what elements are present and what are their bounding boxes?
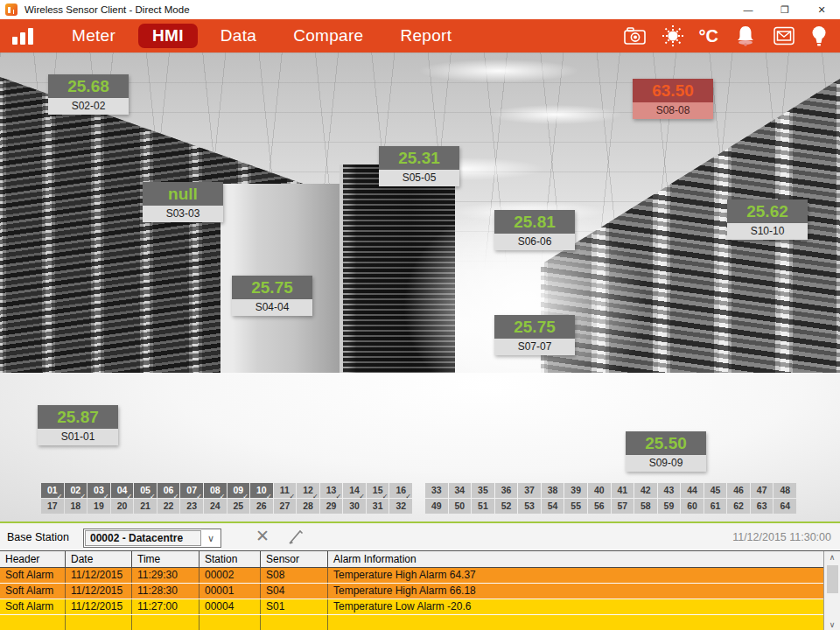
channel-cell-27[interactable]: 27: [274, 499, 297, 514]
channel-cell-61[interactable]: 61: [704, 499, 727, 514]
tab-compare[interactable]: Compare: [279, 24, 377, 48]
tab-data[interactable]: Data: [206, 24, 270, 48]
channel-cell-54[interactable]: 54: [542, 499, 564, 514]
channel-cell-05[interactable]: 05✓: [134, 483, 157, 498]
channel-cell-18[interactable]: 18: [65, 499, 88, 514]
channel-cell-53[interactable]: 53: [518, 499, 541, 514]
channel-cell-01[interactable]: 01✓: [41, 483, 64, 498]
channel-cell-62[interactable]: 62: [727, 499, 750, 514]
scroll-down-icon[interactable]: ∨: [830, 619, 836, 630]
channel-cell-47[interactable]: 47: [751, 483, 774, 498]
channel-cell-42[interactable]: 42: [634, 483, 657, 498]
channel-cell-58[interactable]: 58: [634, 499, 657, 514]
column-header-sensor[interactable]: Sensor: [261, 551, 328, 567]
channel-cell-57[interactable]: 57: [612, 499, 634, 514]
restore-button[interactable]: ❐: [766, 0, 803, 19]
channel-cell-03[interactable]: 03✓: [88, 483, 110, 498]
bulb-icon[interactable]: [810, 24, 828, 48]
camera-icon[interactable]: [623, 25, 647, 46]
channel-cell-07[interactable]: 07✓: [180, 483, 203, 498]
channel-cell-33[interactable]: 33: [425, 483, 448, 498]
column-header-header[interactable]: Header: [0, 551, 66, 567]
channel-cell-21[interactable]: 21: [134, 499, 157, 514]
sensor-overlay-s04-04[interactable]: 25.75S04-04: [232, 276, 312, 316]
column-header-alarm-information[interactable]: Alarm Information: [328, 551, 840, 567]
channel-cell-36[interactable]: 36: [495, 483, 518, 498]
channel-cell-52[interactable]: 52: [495, 499, 518, 514]
channel-cell-29[interactable]: 29: [320, 499, 343, 514]
channel-cell-39[interactable]: 39: [564, 483, 587, 498]
channel-cell-08[interactable]: 08✓: [204, 483, 227, 498]
channel-cell-26[interactable]: 26: [250, 499, 273, 514]
chevron-down-icon[interactable]: ∨: [201, 533, 220, 544]
column-header-date[interactable]: Date: [66, 551, 132, 567]
channel-cell-02[interactable]: 02✓: [65, 483, 88, 498]
sensor-overlay-s08-08[interactable]: 63.50S08-08: [633, 79, 713, 119]
alarm-row[interactable]: Soft Alarm11/12/201511:28:3000001S04Temp…: [0, 584, 840, 599]
channel-cell-41[interactable]: 41: [612, 483, 634, 498]
channel-cell-31[interactable]: 31: [367, 499, 389, 514]
channel-cell-13[interactable]: 13✓: [320, 483, 343, 498]
edit-pencil-icon[interactable]: [287, 529, 306, 549]
channel-cell-56[interactable]: 56: [588, 499, 611, 514]
channel-cell-23[interactable]: 23: [180, 499, 203, 514]
channel-cell-43[interactable]: 43: [658, 483, 681, 498]
base-station-dropdown[interactable]: 00002 - Datacentre ∨: [83, 528, 221, 548]
column-header-time[interactable]: Time: [132, 551, 200, 567]
channel-cell-22[interactable]: 22: [158, 499, 180, 514]
channel-cell-60[interactable]: 60: [681, 499, 704, 514]
celsius-label[interactable]: °C: [699, 26, 718, 46]
channel-cell-45[interactable]: 45: [704, 483, 727, 498]
sensor-overlay-s06-06[interactable]: 25.81S06-06: [494, 210, 575, 250]
channel-cell-06[interactable]: 06✓: [158, 483, 180, 498]
channel-cell-12[interactable]: 12✓: [297, 483, 319, 498]
sensor-overlay-s10-10[interactable]: 25.62S10-10: [727, 200, 808, 240]
sensor-overlay-s02-02[interactable]: 25.68S02-02: [48, 74, 129, 115]
channel-cell-40[interactable]: 40: [588, 483, 611, 498]
sensor-overlay-s05-05[interactable]: 25.31S05-05: [379, 146, 459, 186]
vertical-scrollbar[interactable]: ∧ ∨: [823, 551, 840, 630]
minimize-button[interactable]: —: [730, 0, 766, 19]
channel-cell-59[interactable]: 59: [658, 499, 681, 514]
channel-cell-64[interactable]: 64: [774, 499, 796, 514]
channel-cell-15[interactable]: 15✓: [367, 483, 389, 498]
channel-cell-17[interactable]: 17: [41, 499, 64, 514]
channel-cell-35[interactable]: 35: [472, 483, 494, 498]
clear-icon[interactable]: ✕: [252, 526, 273, 546]
channel-cell-10[interactable]: 10✓: [250, 483, 273, 498]
channel-cell-19[interactable]: 19: [88, 499, 110, 514]
column-header-station[interactable]: Station: [200, 551, 261, 567]
channel-cell-55[interactable]: 55: [564, 499, 587, 514]
channel-cell-38[interactable]: 38: [542, 483, 564, 498]
tab-report[interactable]: Report: [386, 24, 466, 48]
alarm-bell-icon[interactable]: [733, 24, 758, 47]
channel-cell-04[interactable]: 04✓: [111, 483, 134, 498]
close-button[interactable]: ✕: [803, 0, 840, 19]
scrollbar-thumb[interactable]: [827, 565, 838, 593]
channel-cell-20[interactable]: 20: [111, 499, 134, 514]
alarm-row[interactable]: Soft Alarm11/12/201511:29:3000002S08Temp…: [0, 568, 840, 584]
channel-cell-11[interactable]: 11✓: [274, 483, 297, 498]
channel-cell-30[interactable]: 30: [343, 499, 366, 514]
channel-cell-32[interactable]: 32: [389, 499, 412, 514]
channel-cell-16[interactable]: 16✓: [389, 483, 412, 498]
channel-cell-25[interactable]: 25: [228, 499, 250, 514]
sensor-overlay-s09-09[interactable]: 25.50S09-09: [626, 431, 706, 472]
scroll-up-icon[interactable]: ∧: [830, 551, 836, 564]
tab-hmi[interactable]: HMI: [138, 24, 198, 48]
brightness-icon[interactable]: [662, 24, 684, 47]
channel-cell-48[interactable]: 48: [774, 483, 796, 498]
channel-cell-44[interactable]: 44: [681, 483, 704, 498]
channel-cell-63[interactable]: 63: [751, 499, 774, 514]
alarm-row[interactable]: Soft Alarm11/12/201511:27:0000004S01Temp…: [0, 599, 840, 615]
channel-cell-24[interactable]: 24: [204, 499, 227, 514]
channel-cell-28[interactable]: 28: [297, 499, 319, 514]
channel-cell-14[interactable]: 14✓: [343, 483, 366, 498]
mail-icon[interactable]: [773, 25, 795, 46]
sensor-overlay-s07-07[interactable]: 25.75S07-07: [494, 315, 575, 355]
channel-cell-09[interactable]: 09✓: [228, 483, 250, 498]
sensor-overlay-s01-01[interactable]: 25.87S01-01: [38, 405, 118, 445]
channel-cell-51[interactable]: 51: [472, 499, 494, 514]
channel-cell-34[interactable]: 34: [449, 483, 472, 498]
channel-cell-50[interactable]: 50: [449, 499, 472, 514]
